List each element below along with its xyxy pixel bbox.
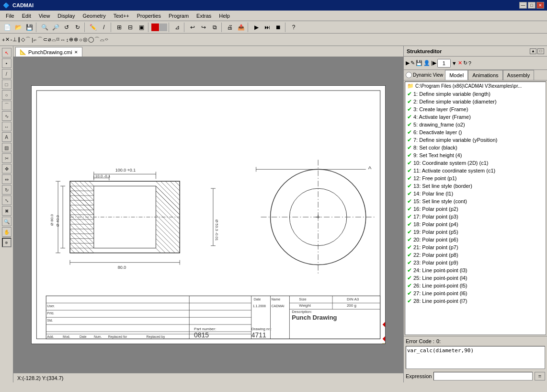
tb2-circ3[interactable]: ◯ [88,36,94,43]
tree-item[interactable]: ✔16: Polar point (p2) [405,205,546,213]
rp-add-button[interactable]: ▶ [406,60,410,66]
pencil-button[interactable]: ✏️ [88,22,98,33]
tb2-snap2[interactable]: ✕ [5,36,10,43]
tb2-arc2[interactable]: ⌓ [100,36,104,43]
lp-scale[interactable]: ⤡ [2,196,11,205]
dynamic-view-radio[interactable] [406,72,412,78]
menu-program[interactable]: Program [165,12,193,20]
tb2-geo6[interactable]: ⌓ [52,36,56,43]
tree-item[interactable]: ✔19: Polar point (p5) [405,228,546,236]
lp-arc[interactable]: ⌒ [2,101,11,110]
zoom-out-button[interactable]: 🔎 [50,22,61,33]
zoom-all-button[interactable]: ↺ [61,22,72,33]
undo-button[interactable]: ↩ [187,22,198,33]
rp-help-button[interactable]: ? [468,60,471,66]
tree-item[interactable]: ✔14: Polar line (l1) [405,190,546,197]
tree-item[interactable]: ✔12: Free point (p1) [405,174,546,182]
tab-close-button[interactable]: ✕ [74,50,78,55]
tree-item[interactable]: ✔22: Polar point (p8) [405,251,546,259]
rp-edit-button[interactable]: ✎ [410,60,415,66]
tree-item[interactable]: ✔26: Line point-point (l5) [405,282,546,289]
panel-restore[interactable]: □ [537,48,544,54]
tb2-dim3[interactable]: ⊕ [69,36,73,43]
tb2-snap6[interactable]: ◇ [21,36,25,43]
tree-item[interactable]: ✔13: Set line style (border) [405,182,546,190]
close-button[interactable]: ✕ [536,2,544,9]
tb2-geo1[interactable]: | [32,37,33,43]
lp-dim[interactable]: ↔ [2,122,11,131]
drawing-area[interactable]: 100.0 +0.1 10.0 -0.1 80.0 [13,57,403,373]
save-button[interactable]: 💾 [24,22,34,33]
tree-item[interactable]: ✔24: Line point-point (l3) [405,266,546,274]
lp-select[interactable]: ↖ [2,48,11,58]
tb2-arc3[interactable]: ⌔ [105,37,108,43]
red-btn[interactable] [151,23,159,31]
help-button[interactable]: ? [288,22,299,33]
redo-button[interactable]: ↪ [198,22,209,33]
tab-model[interactable]: Model [445,70,468,80]
tb2-geo3[interactable]: ⌒ [37,36,43,43]
expression-input[interactable] [433,372,533,380]
tree-item[interactable]: ✔1: Define simple variable (length) [405,90,546,98]
tree-item[interactable]: ✔10: Coordinate system (2D) (c1) [405,159,546,167]
tree-item[interactable]: ✔7: Define simple variable (yPosition) [405,136,546,144]
tab-animations[interactable]: Animations [468,70,502,80]
tree-item[interactable]: ✔20: Polar point (p6) [405,236,546,243]
tb2-dim4[interactable]: ⊗ [74,36,78,43]
menu-view[interactable]: View [35,12,54,20]
rp-step-button[interactable]: |▶ [431,60,436,66]
menu-properties[interactable]: Properties [133,12,165,20]
tree-item[interactable]: ✔17: Polar point (p3) [405,213,546,220]
menu-geometry[interactable]: Geometry [79,12,109,20]
lp-zoom[interactable]: 🔍 [2,217,11,226]
tree-item[interactable]: ✔5: drawing_frame (o2) [405,121,546,128]
tb2-snap5[interactable]: ∥ [18,36,21,43]
rp-stop-button[interactable]: ✕ [458,60,462,66]
tree-item[interactable]: ✔23: Polar point (p9) [405,259,546,266]
tb2-snap1[interactable]: + [2,37,5,43]
lp-pan[interactable]: ✋ [2,227,11,237]
tb2-geo7[interactable]: ⌑ [57,36,59,43]
lp-point[interactable]: • [2,58,11,68]
tree-item[interactable]: ✔3: Create layer (Frame) [405,105,546,113]
tree-item[interactable]: ✔4: Activate layer (Frame) [405,113,546,121]
lp-move[interactable]: ✥ [2,164,11,173]
tb2-snap4[interactable]: ⊥ [12,36,17,43]
menu-textpp[interactable]: Text++ [110,12,133,20]
tb2-circ2[interactable]: ◎ [83,36,88,43]
lp-spline[interactable]: ∿ [2,111,11,121]
tab-assembly[interactable]: Assembly [503,70,535,80]
tb2-circ1[interactable]: ○ [79,37,82,43]
tree-item[interactable]: ✔28: Line point-point (l7) [405,297,546,305]
lp-rect[interactable]: □ [2,80,11,89]
tree-item[interactable]: ✔8: Set color (black) [405,144,546,151]
tree-item[interactable]: ✔21: Polar point (p7) [405,243,546,251]
tb2-dim1[interactable]: ↔ [60,37,66,43]
zoom-in-button[interactable]: 🔍 [39,22,50,33]
zoom-fit-button[interactable]: ↻ [72,22,83,33]
select-button[interactable]: ▣ [136,22,147,33]
tb2-dim2[interactable]: ↕ [66,37,69,43]
open-button[interactable]: 📂 [13,22,23,33]
menu-file[interactable]: File [2,12,18,20]
menu-display[interactable]: Display [54,12,79,20]
lp-rotate[interactable]: ↻ [2,185,11,195]
lp-delete[interactable]: ✖ [2,206,11,216]
line-button[interactable]: / [99,22,109,33]
tb2-snap7[interactable]: ⌒ [25,36,31,43]
tree-view[interactable]: 📁 C:\Program Files (x86)\CADMAI V3\examp… [405,81,546,335]
rp-person-button[interactable]: 👤 [423,60,430,66]
step-counter[interactable] [437,59,451,68]
tb2-geo2[interactable]: ⌐ [34,37,36,43]
drawing-tab[interactable]: 📐 PunchDrawing.cmi ✕ [15,47,82,57]
color-btn[interactable] [160,23,167,31]
lp-hatch[interactable]: ▨ [2,143,11,152]
step-button[interactable]: ⏭ [262,22,273,33]
lp-mirror[interactable]: ⇔ [2,174,11,184]
tree-item[interactable]: ✔18: Polar point (p4) [405,220,546,228]
menu-edit[interactable]: Edit [18,12,35,20]
snap-button[interactable]: ⊟ [125,22,136,33]
rp-dropdown[interactable]: ▼ [452,60,457,66]
tb2-arc1[interactable]: ⌒ [94,36,100,43]
tree-item[interactable]: ✔25: Line point-point (l4) [405,274,546,282]
